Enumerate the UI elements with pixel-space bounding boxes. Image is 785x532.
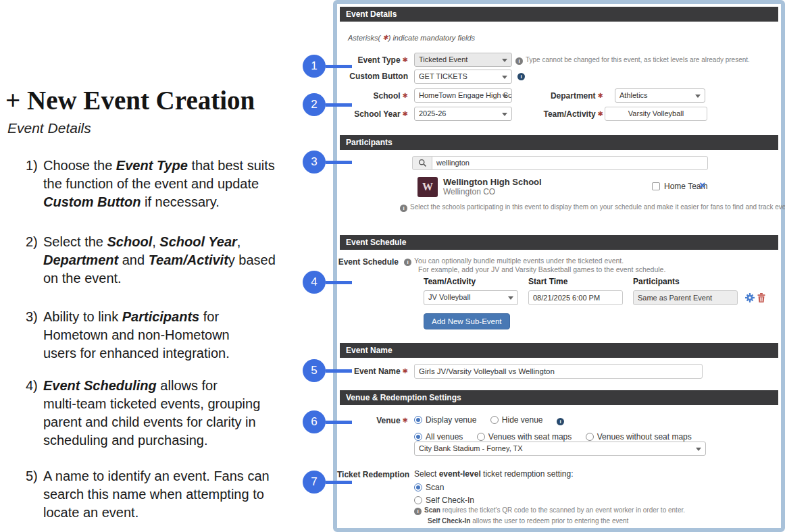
participant-name: Wellington High School xyxy=(443,177,542,187)
radio-display-venue[interactable]: Display venue xyxy=(414,415,476,425)
event-schedule-note-1: You can optionally bundle multiple event… xyxy=(404,257,624,266)
asterisk: ✱ xyxy=(403,417,408,424)
radio-self-check-in[interactable]: Self Check-In xyxy=(414,494,485,506)
sub-event-team-select[interactable]: JV Volleyball xyxy=(424,290,518,305)
item-text: A name to identify an event. Fans cansea… xyxy=(43,467,295,522)
asterisk: ✱ xyxy=(382,34,388,41)
event-form-panel: Event Details Asterisks(✱) indicate mand… xyxy=(333,0,785,532)
callout-connector-line xyxy=(326,481,352,484)
callout-number: 1 xyxy=(303,55,326,78)
event-schedule-note-2: For example, add your JV and Varsity Bas… xyxy=(418,265,665,273)
callout-2: 2 xyxy=(303,93,352,116)
callout-connector-line xyxy=(326,369,352,373)
callout-1: 1 xyxy=(303,55,352,78)
team-activity-label: Team/Activity✱ xyxy=(533,107,603,122)
column-header-participants: Participants xyxy=(633,277,680,286)
department-label: Department✱ xyxy=(533,88,603,103)
add-new-sub-event-button[interactable]: Add New Sub-Event xyxy=(424,313,510,329)
sub-event-delete-trash-icon[interactable] xyxy=(757,293,765,305)
radio-selected-icon[interactable] xyxy=(414,483,422,491)
venue-select[interactable]: City Bank Stadium - Forney, TX xyxy=(414,442,706,456)
callout-number: 2 xyxy=(303,93,326,116)
asterisk: ✱ xyxy=(403,56,408,63)
callout-connector-line xyxy=(326,421,352,424)
page-title: + New Event Creation xyxy=(5,85,255,115)
participant-location: Wellington CO xyxy=(443,187,495,196)
asterisk: ✱ xyxy=(403,110,408,117)
home-team-checkbox[interactable] xyxy=(652,182,660,190)
callout-connector-line xyxy=(326,281,352,284)
callout-number: 7 xyxy=(303,471,326,494)
mandatory-fields-note: Asterisks(✱) indicate mandatory fields xyxy=(348,34,475,42)
venue-scope-radio-group: All venues Venues with seat maps Venues … xyxy=(414,430,703,442)
info-icon xyxy=(414,508,422,515)
self-check-in-note: Self Check-In allows the user to redeem … xyxy=(428,517,628,525)
participant-search-input[interactable]: wellington xyxy=(432,156,708,170)
section-header-event-name: Event Name xyxy=(340,343,778,358)
info-icon xyxy=(404,259,411,266)
sub-event-settings-gear-icon[interactable] xyxy=(745,293,755,305)
asterisk: ✱ xyxy=(403,367,408,375)
participants-note: Select the schools participating in this… xyxy=(400,203,785,212)
custom-button-info xyxy=(517,72,528,80)
callout-number: 5 xyxy=(303,359,326,382)
section-header-venue-redemption: Venue & Redemption Settings xyxy=(340,390,778,405)
radio-selected-icon[interactable] xyxy=(414,416,422,424)
radio-scan[interactable]: Scan xyxy=(414,481,455,493)
event-type-select[interactable]: Ticketed Event xyxy=(414,53,512,67)
sub-event-participants-field: Same as Parent Event xyxy=(633,290,738,305)
section-header-event-schedule: Event Schedule xyxy=(340,235,778,250)
item-text: Ability to link Participants forHometown… xyxy=(43,308,295,363)
department-select[interactable]: Athletics xyxy=(615,88,705,103)
info-icon[interactable] xyxy=(557,418,564,425)
asterisk: ✱ xyxy=(598,92,603,99)
callout-5: 5 xyxy=(303,359,352,382)
asterisk: ✱ xyxy=(598,110,603,117)
callout-connector-line xyxy=(326,65,352,68)
search-addon xyxy=(412,156,432,170)
radio-icon[interactable] xyxy=(490,416,499,424)
section-header-participants: Participants xyxy=(340,135,778,150)
column-header-team-activity: Team/Activity xyxy=(424,277,476,286)
item-number: 2) xyxy=(26,233,38,251)
info-icon xyxy=(515,57,523,65)
asterisk: ✱ xyxy=(403,92,408,99)
event-schedule-label: Event Schedule xyxy=(337,255,399,269)
radio-icon[interactable] xyxy=(477,433,485,441)
item-text: Choose the Event Type that best suitsthe… xyxy=(43,157,295,211)
school-year-select[interactable]: 2025-26 xyxy=(414,107,512,121)
callout-connector-line xyxy=(326,103,352,107)
item-number: 3) xyxy=(26,308,38,326)
radio-venues-with-seat-maps[interactable]: Venues with seat maps xyxy=(477,432,572,442)
sub-event-start-time-input[interactable]: 08/21/2025 6:00 PM xyxy=(528,290,623,305)
callout-4: 4 xyxy=(303,271,352,294)
custom-button-select[interactable]: GET TICKETS xyxy=(414,70,512,84)
event-name-input[interactable]: Girls JV/Varsity Volleyball vs Wellingto… xyxy=(414,364,703,379)
school-select[interactable]: HomeTown Engage High School xyxy=(414,88,512,103)
column-header-start-time: Start Time xyxy=(528,277,567,286)
remove-participant-icon[interactable]: × xyxy=(699,180,705,191)
radio-icon[interactable] xyxy=(414,496,422,504)
item-number: 4) xyxy=(26,377,38,395)
school-logo: W xyxy=(417,177,438,197)
callout-6: 6 xyxy=(303,410,352,433)
section-header-event-details: Event Details xyxy=(340,7,778,22)
item-number: 1) xyxy=(26,157,38,175)
info-icon xyxy=(400,205,407,212)
radio-hide-venue[interactable]: Hide venue xyxy=(490,415,543,425)
team-activity-field[interactable]: Varsity Volleyball xyxy=(605,107,707,121)
scan-note: Scan requires the ticket's QR code to th… xyxy=(414,506,685,515)
callout-7: 7 xyxy=(303,471,352,494)
item-text: Event Scheduling allows formulti-team ti… xyxy=(43,377,295,450)
venue-display-radio-group: Display venue Hide venue xyxy=(414,413,567,425)
callout-number: 3 xyxy=(303,151,326,174)
item-text: Select the School, School Year,Departmen… xyxy=(43,233,295,288)
item-number: 5) xyxy=(26,467,38,485)
info-icon[interactable] xyxy=(517,73,525,80)
radio-icon[interactable] xyxy=(586,433,594,441)
callout-number: 4 xyxy=(303,271,326,294)
radio-venues-without-seat-maps[interactable]: Venues without seat maps xyxy=(586,432,692,442)
radio-selected-icon[interactable] xyxy=(414,433,422,441)
callout-number: 6 xyxy=(303,410,326,433)
radio-all-venues[interactable]: All venues xyxy=(414,432,463,442)
